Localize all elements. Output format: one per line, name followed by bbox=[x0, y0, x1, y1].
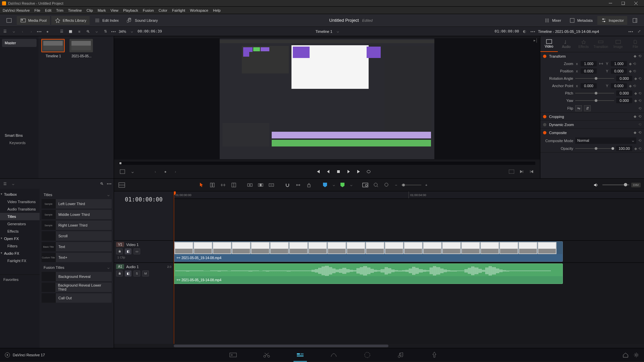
keyframe-icon[interactable]: ◆ bbox=[629, 69, 632, 73]
prev-edit-button[interactable]: ‹ bbox=[152, 168, 159, 175]
playhead[interactable] bbox=[174, 191, 174, 344]
chevron-down-icon[interactable]: ⌵ bbox=[129, 28, 135, 35]
keyframe-icon[interactable]: ◆ bbox=[629, 62, 632, 66]
title-item[interactable]: Basic TitleText bbox=[42, 242, 112, 251]
inspector-tab-transition[interactable]: Transition bbox=[592, 36, 610, 52]
mute-track-button[interactable]: M bbox=[142, 270, 149, 277]
bin-master[interactable]: Master bbox=[2, 39, 37, 47]
first-frame-button[interactable] bbox=[315, 168, 322, 175]
section-composite-header[interactable]: Composite◆⟲ bbox=[540, 129, 644, 136]
flip-v-button[interactable]: ⇵ bbox=[584, 105, 591, 111]
trim-tool-button[interactable] bbox=[208, 181, 217, 189]
sort-button[interactable]: ⇅ bbox=[102, 28, 108, 35]
reset-icon[interactable]: ⟲ bbox=[638, 76, 641, 81]
disable-track-button[interactable]: ▭ bbox=[133, 248, 140, 254]
selection-tool-button[interactable] bbox=[197, 181, 206, 189]
pitch-slider[interactable] bbox=[575, 93, 614, 94]
keyframe-icon[interactable]: ◆ bbox=[634, 54, 636, 58]
edit-index-button[interactable]: Edit Index bbox=[91, 16, 122, 25]
smart-bin-keywords[interactable]: Keywords bbox=[5, 139, 34, 147]
zoom-slider[interactable] bbox=[401, 185, 421, 185]
menu-color[interactable]: Color bbox=[159, 8, 167, 12]
reset-icon[interactable]: ⟲ bbox=[633, 69, 636, 73]
chevron-down-icon[interactable]: ⌵ bbox=[11, 28, 17, 35]
enable-dot-icon[interactable] bbox=[543, 131, 546, 134]
pos-y-input[interactable]: 0.000 bbox=[611, 68, 627, 74]
lock-track-button[interactable]: 🔒︎ bbox=[116, 248, 123, 254]
rotation-slider[interactable] bbox=[575, 78, 614, 79]
smart-bins-header[interactable]: Smart Bins bbox=[5, 132, 34, 139]
keyframe-icon[interactable]: ◆ bbox=[634, 99, 637, 103]
menu-clip[interactable]: Clip bbox=[87, 8, 93, 12]
fx-options-button[interactable]: ••• bbox=[107, 182, 112, 186]
enable-dot-icon[interactable] bbox=[543, 55, 546, 58]
track-badge[interactable]: V1 bbox=[116, 242, 124, 247]
mixer-button[interactable]: Mixer bbox=[541, 16, 565, 25]
zoom-x-input[interactable]: 1.000 bbox=[581, 61, 597, 66]
menu-mark[interactable]: Mark bbox=[98, 8, 106, 12]
media-thumb[interactable]: 2021-05-05... bbox=[69, 39, 94, 58]
menu-playback[interactable]: Playback bbox=[123, 8, 138, 12]
dynamic-trim-button[interactable] bbox=[219, 181, 227, 189]
stop-button[interactable] bbox=[335, 168, 342, 175]
viewer-options-button[interactable]: ••• bbox=[530, 29, 535, 34]
panel-layout-button[interactable]: ☰ bbox=[2, 181, 8, 187]
menu-timeline[interactable]: Timeline bbox=[68, 8, 82, 12]
reset-icon[interactable]: ⟲ bbox=[638, 99, 641, 103]
chevron-down-icon[interactable]: ⌵ bbox=[335, 28, 341, 35]
page-deliver-button[interactable] bbox=[428, 350, 441, 360]
inspector-button[interactable]: Inspector bbox=[597, 16, 627, 25]
next-clip-button[interactable] bbox=[518, 168, 525, 175]
reset-icon[interactable]: ⟲ bbox=[638, 54, 641, 58]
viewer-scrubber[interactable] bbox=[119, 162, 535, 165]
opacity-slider[interactable] bbox=[575, 148, 614, 149]
opacity-input[interactable]: 100.00 bbox=[616, 146, 632, 151]
title-item[interactable]: Call Out bbox=[42, 293, 112, 303]
viewer-zoom[interactable]: 34% bbox=[119, 29, 126, 34]
keyframe-icon[interactable]: ◆ bbox=[634, 114, 636, 119]
zoom-to-fit-button[interactable] bbox=[361, 181, 370, 189]
favorites-header[interactable]: Favorites bbox=[0, 275, 40, 284]
keyframe-icon[interactable]: ◆ bbox=[634, 76, 637, 81]
sound-library-button[interactable]: Sound Library bbox=[123, 16, 161, 25]
nav-fwd-button[interactable]: › bbox=[28, 28, 34, 35]
insert-button[interactable] bbox=[246, 181, 254, 189]
next-edit-button[interactable]: › bbox=[172, 168, 179, 175]
reset-icon[interactable]: ⟲ bbox=[638, 130, 641, 135]
auto-select-button[interactable]: ◧ bbox=[125, 248, 131, 254]
search-button[interactable]: 🔍︎ bbox=[99, 181, 105, 187]
video-track-header[interactable]: V1 Video 1 🔒︎ ◧ ▭ 1 Clip bbox=[114, 240, 173, 262]
section-dynamiczoom-header[interactable]: Dynamic Zoom⟲ bbox=[540, 121, 644, 128]
reset-icon[interactable]: ⟲ bbox=[633, 84, 636, 88]
play-button[interactable] bbox=[345, 168, 352, 175]
timeline-scrollbar[interactable] bbox=[114, 344, 644, 348]
zoom-y-input[interactable]: 1.000 bbox=[611, 61, 627, 66]
enable-dot-icon[interactable] bbox=[543, 115, 546, 118]
settings-button[interactable] bbox=[633, 352, 639, 358]
chevron-down-icon[interactable]: ⌵ bbox=[349, 181, 354, 189]
timeline-timecode[interactable]: 01:00:00:00 bbox=[114, 191, 173, 207]
rotation-input[interactable]: 0.000 bbox=[616, 76, 632, 81]
menu-workspace[interactable]: Workspace bbox=[190, 8, 208, 12]
marker-button[interactable] bbox=[338, 181, 347, 189]
prev-clip-button[interactable] bbox=[528, 168, 535, 175]
menu-view[interactable]: View bbox=[110, 8, 118, 12]
link-button[interactable] bbox=[294, 181, 303, 189]
maximize-button[interactable] bbox=[617, 0, 629, 6]
viewer-timeline-name[interactable]: Timeline 1 bbox=[316, 29, 332, 34]
lock-track-button[interactable]: 🔒︎ bbox=[116, 270, 123, 277]
mute-button[interactable] bbox=[592, 181, 600, 189]
loop-button[interactable] bbox=[365, 168, 372, 175]
detail-zoom-button[interactable] bbox=[372, 181, 380, 189]
timeline-ruler[interactable]: 01:00:00:00 01:00:04:00 bbox=[174, 191, 644, 199]
solo-button[interactable]: S bbox=[133, 270, 140, 277]
minimize-button[interactable] bbox=[604, 0, 616, 6]
fx-tree-video-transitions[interactable]: Video Transitions bbox=[0, 198, 40, 205]
title-item[interactable]: SampleRight Lower Third bbox=[42, 221, 112, 230]
blade-tool-button[interactable] bbox=[229, 181, 238, 189]
section-transform-header[interactable]: Transform ◆⟲ bbox=[540, 52, 644, 60]
chevron-down-icon[interactable]: ⌵ bbox=[129, 168, 136, 175]
category-fusion-titles[interactable]: Fusion Titles bbox=[42, 263, 112, 272]
page-edit-button[interactable] bbox=[293, 350, 307, 360]
page-fusion-button[interactable] bbox=[327, 350, 340, 360]
